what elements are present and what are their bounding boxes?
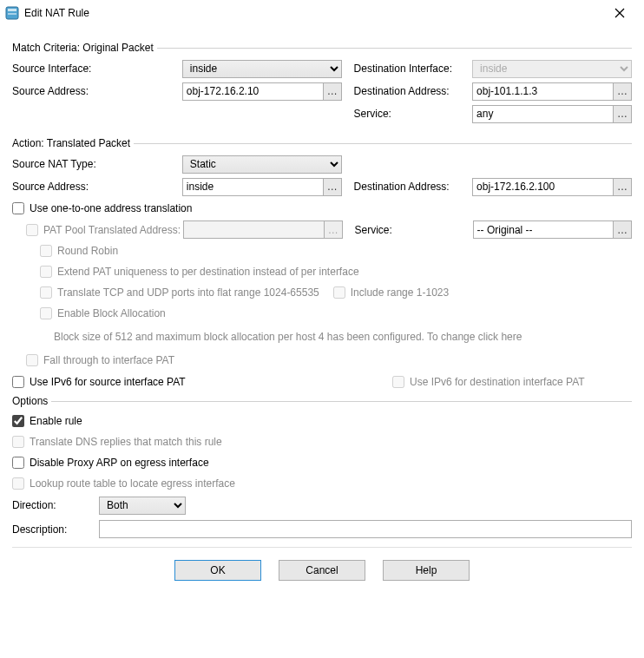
use-one-to-one-label: Use one-to-one address translation (30, 202, 192, 214)
label-source-interface: Source Interface: (12, 63, 182, 75)
description-input[interactable] (99, 520, 632, 538)
service-browse-button[interactable]: … (613, 105, 632, 123)
action-service-browse-button[interactable]: … (613, 220, 632, 239)
direction-select[interactable]: Both (99, 497, 186, 515)
pat-pool-input (183, 220, 323, 239)
translate-dns-label: Translate DNS replies that match this ru… (30, 436, 222, 448)
label-description: Description: (12, 523, 99, 536)
enable-block-checkbox (40, 307, 52, 319)
divider (134, 143, 632, 144)
include-range-checkbox (333, 286, 345, 299)
group-options-label: Options (12, 395, 48, 407)
lookup-route-label: Lookup route table to locate egress inte… (30, 477, 235, 490)
label-action-source-address: Source Address: (12, 181, 182, 193)
destination-interface-select: inside (472, 60, 632, 78)
extend-pat-label: Extend PAT uniqueness to per destination… (57, 266, 359, 278)
group-match-criteria: Match Criteria: Original Packet (12, 42, 632, 54)
label-action-destination-address: Destination Address: (354, 181, 473, 193)
extend-pat-checkbox (40, 266, 52, 278)
include-range-label: Include range 1-1023 (351, 286, 449, 299)
help-button[interactable]: Help (383, 560, 470, 581)
fall-through-label: Fall through to interface PAT (43, 354, 174, 366)
group-action-label: Action: Translated Packet (12, 137, 130, 149)
disable-proxy-arp-checkbox[interactable] (12, 457, 24, 469)
pat-pool-browse-button: … (324, 220, 343, 239)
label-source-address: Source Address: (12, 85, 182, 97)
label-source-nat-type: Source NAT Type: (12, 158, 182, 170)
destination-address-input[interactable] (472, 82, 613, 101)
action-service-input[interactable] (473, 220, 613, 239)
enable-rule-checkbox[interactable] (12, 415, 24, 427)
app-icon (5, 6, 19, 20)
ipv6-source-checkbox[interactable] (12, 376, 24, 388)
ipv6-destination-label: Use IPv6 for destination interface PAT (410, 376, 585, 388)
round-robin-checkbox (40, 245, 52, 257)
svg-rect-2 (8, 13, 16, 15)
pat-pool-checkbox (26, 224, 38, 236)
divider (51, 401, 632, 402)
ipv6-source-label: Use IPv6 for source interface PAT (30, 376, 186, 388)
ipv6-destination-checkbox (392, 376, 404, 388)
action-source-address-browse-button[interactable]: … (323, 178, 342, 196)
close-button[interactable] (602, 1, 637, 25)
divider (157, 48, 632, 49)
group-match-label: Match Criteria: Original Packet (12, 42, 154, 54)
window-title: Edit NAT Rule (24, 7, 602, 19)
ok-button[interactable]: OK (174, 560, 261, 581)
block-allocation-note: Block size of 512 and maximum block allo… (12, 326, 632, 348)
flat-range-label: Translate TCP and UDP ports into flat ra… (57, 286, 319, 299)
label-direction: Direction: (12, 499, 99, 511)
translate-dns-checkbox (12, 436, 24, 448)
group-action: Action: Translated Packet (12, 137, 632, 149)
action-destination-address-input[interactable] (472, 178, 613, 196)
enable-rule-label: Enable rule (30, 415, 82, 427)
source-address-input[interactable] (182, 82, 323, 101)
content-area: Match Criteria: Original Packet Source I… (0, 26, 644, 581)
fall-through-checkbox (26, 354, 38, 366)
enable-block-label: Enable Block Allocation (57, 307, 166, 319)
lookup-route-checkbox (12, 477, 24, 490)
footer: OK Cancel Help (12, 547, 632, 581)
round-robin-label: Round Robin (57, 245, 118, 257)
source-nat-type-select[interactable]: Static (182, 155, 342, 174)
source-address-browse-button[interactable]: … (323, 82, 342, 101)
pat-pool-label: PAT Pool Translated Address: (43, 224, 181, 236)
label-service: Service: (354, 108, 473, 120)
label-destination-interface: Destination Interface: (354, 63, 473, 75)
svg-rect-1 (8, 9, 16, 11)
disable-proxy-arp-label: Disable Proxy ARP on egress interface (30, 457, 209, 469)
titlebar: Edit NAT Rule (0, 0, 644, 26)
flat-range-checkbox (40, 286, 52, 299)
destination-address-browse-button[interactable]: … (613, 82, 632, 101)
source-interface-select[interactable]: inside (182, 60, 342, 78)
label-action-service: Service: (354, 224, 472, 236)
cancel-button[interactable]: Cancel (279, 560, 365, 581)
action-source-address-input[interactable] (182, 178, 323, 196)
group-options: Options (12, 395, 632, 407)
service-input[interactable] (472, 105, 613, 123)
label-destination-address: Destination Address: (354, 85, 473, 97)
use-one-to-one-checkbox[interactable] (12, 202, 24, 214)
action-destination-address-browse-button[interactable]: … (613, 178, 632, 196)
